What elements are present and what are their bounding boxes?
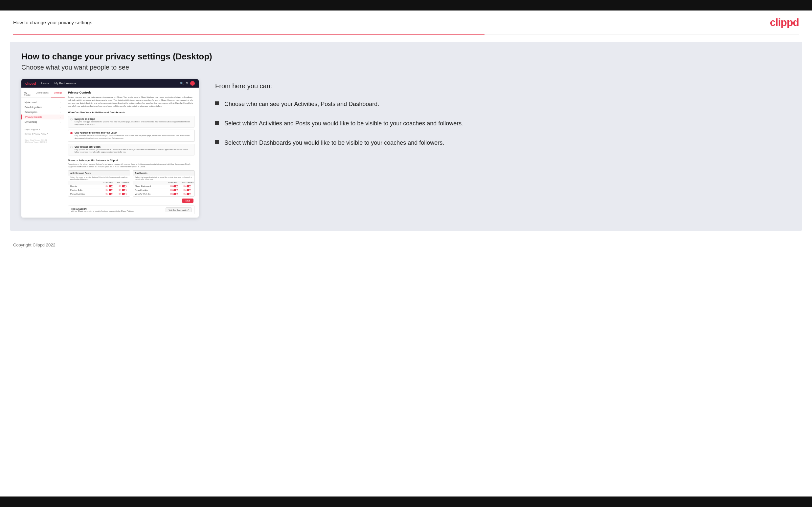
sidebar-divider (21, 126, 64, 126)
header-title: How to change your privacy settings (13, 20, 92, 25)
mockup-who-can-see-title: Who Can See Your Activities and Dashboar… (68, 111, 195, 114)
activities-table-cols: COACHES FOLLOWERS (68, 181, 130, 184)
top-bar (0, 0, 812, 10)
content-layout: clippd Home My Performance 🔍 ⚙ My Profil… (21, 79, 791, 218)
activities-row-practice: Practice Drills ON ON (68, 188, 130, 192)
mockup-body: My Profile Connections Settings My Accou… (21, 88, 199, 218)
mockup-privacy-desc: Control how you and your data appears to… (68, 96, 195, 108)
radio-only-you-coach[interactable]: Only You and Your Coach Only you and the… (68, 144, 195, 156)
sidebar-item-help-support[interactable]: Help & Support ↗ (21, 127, 64, 131)
bullet-item-2: Select which Activities and Posts you wo… (215, 119, 791, 128)
dashboards-row-work-on: What To Work On ON ON (133, 192, 195, 196)
mockup-nav-home: Home (41, 82, 49, 85)
bullet-text-1: Choose who can see your Activities, Post… (224, 100, 379, 109)
sidebar-item-privacy-policy[interactable]: Service & Privacy Policy ↗ (21, 131, 64, 136)
mockup-show-hide-desc: Regardless of the privacy controls that … (68, 163, 195, 168)
search-icon[interactable]: 🔍 (180, 82, 184, 85)
player-follower-toggle[interactable]: ON (182, 185, 193, 187)
screenshot-container: clippd Home My Performance 🔍 ⚙ My Profil… (21, 79, 199, 218)
header-divider (13, 35, 799, 35)
sidebar-version: Clippd Client Version: 2022.8.2SQL Serve… (21, 137, 64, 145)
activities-table: Activities and Posts Select the types of… (68, 170, 130, 196)
radio-dot-followers-coach (70, 132, 72, 134)
footer: Copyright Clippd 2022 (0, 237, 812, 253)
workon-coach-toggle[interactable]: ON (169, 193, 180, 195)
practice-coach-toggle[interactable]: ON (104, 189, 115, 191)
bullet-text-2: Select which Activities and Posts you wo… (224, 119, 463, 128)
bottom-bar (0, 497, 812, 507)
bullet-text-3: Select which Dashboards you would like t… (224, 138, 444, 147)
mockup-nav: clippd Home My Performance 🔍 ⚙ (21, 79, 199, 88)
sidebar-item-my-account[interactable]: My Account› (21, 100, 64, 105)
bullet-square-1 (215, 101, 219, 105)
bullet-list: Choose who can see your Activities, Post… (215, 100, 791, 147)
footer-text: Copyright Clippd 2022 (13, 242, 55, 247)
dashboards-table: Dashboards Select the types of activity … (133, 170, 195, 196)
tab-settings[interactable]: Settings (51, 90, 65, 98)
page-subheading: Choose what you want people to see (21, 64, 791, 71)
logo: clippd (770, 16, 799, 29)
bullet-square-2 (215, 121, 219, 125)
right-panel-title: From here you can: (215, 82, 791, 90)
activities-row-manual: Manual Activities ON ON (68, 192, 130, 196)
page-heading: How to change your privacy settings (Des… (21, 52, 791, 62)
mockup-help-title: Help & Support (71, 208, 134, 210)
tab-connections[interactable]: Connections (33, 90, 51, 98)
radio-dot-only-you (70, 146, 72, 148)
radio-everyone[interactable]: Everyone on Clippd Everyone on Clippd ca… (68, 116, 195, 128)
radio-everyone-content: Everyone on Clippd Everyone on Clippd ca… (74, 118, 193, 126)
visit-community-button[interactable]: Visit Our Community ↗ (165, 208, 192, 212)
radio-dot-everyone (70, 118, 72, 120)
mockup-radio-group: Everyone on Clippd Everyone on Clippd ca… (68, 116, 195, 156)
mockup-show-hide-title: Show or hide specific features in Clippd (68, 159, 195, 162)
radio-followers-coach-content: Only Approved Followers and Your Coach O… (74, 131, 193, 139)
bullet-item-1: Choose who can see your Activities, Post… (215, 100, 791, 109)
main-content: How to change your privacy settings (Des… (10, 42, 802, 231)
radio-followers-coach[interactable]: Only Approved Followers and Your Coach O… (68, 130, 195, 142)
activities-table-desc: Select the types of activity that you'd … (68, 176, 130, 181)
activities-row-rounds: Rounds ON ON (68, 184, 130, 188)
dashboards-table-header: Dashboards (133, 171, 195, 176)
dashboards-table-desc: Select the types of activity that you'd … (133, 176, 195, 181)
player-coach-toggle[interactable]: ON (169, 185, 180, 187)
practice-follower-toggle[interactable]: ON (117, 189, 128, 191)
radio-only-you-content: Only You and Your Coach Only you and the… (74, 146, 193, 154)
dashboards-row-insights: Round Insights ON ON (133, 188, 195, 192)
mockup-nav-performance: My Performance (54, 82, 76, 85)
sidebar-item-data-integrations[interactable]: Data Integrations› (21, 105, 64, 110)
insights-coach-toggle[interactable]: ON (169, 189, 180, 191)
mockup-logo: clippd (25, 81, 36, 85)
mockup-help-info: Help & Support Visit our Clippd communit… (71, 208, 134, 212)
sidebar-item-my-golf-bag[interactable]: My Golf Bag› (21, 119, 64, 124)
mockup-sidebar-tabs: My Profile Connections Settings (21, 90, 64, 98)
insights-follower-toggle[interactable]: ON (182, 189, 193, 191)
manual-coach-toggle[interactable]: ON (104, 193, 115, 195)
mockup-help-section: Help & Support Visit our Clippd communit… (68, 206, 195, 214)
rounds-follower-toggle[interactable]: ON (117, 185, 128, 187)
right-panel: From here you can: Choose who can see yo… (215, 79, 791, 147)
dashboards-table-cols: COACHES FOLLOWERS (133, 181, 195, 184)
sidebar-item-subscription[interactable]: Subscription› (21, 110, 64, 115)
bullet-square-3 (215, 140, 219, 144)
manual-follower-toggle[interactable]: ON (117, 193, 128, 195)
avatar (190, 81, 195, 86)
mockup-sidebar: My Profile Connections Settings My Accou… (21, 88, 64, 218)
mockup-main-area: Privacy Controls Control how you and you… (64, 88, 199, 218)
mockup-save-row: Save (68, 199, 195, 203)
settings-icon[interactable]: ⚙ (186, 82, 188, 85)
mockup-toggles-section: Show or hide specific features in Clippd… (68, 159, 195, 214)
mockup-nav-icons: 🔍 ⚙ (180, 81, 195, 86)
mockup-privacy-title: Privacy Controls (68, 91, 195, 94)
mockup-tables-row: Activities and Posts Select the types of… (68, 170, 195, 196)
bullet-item-3: Select which Dashboards you would like t… (215, 138, 791, 147)
save-button[interactable]: Save (182, 199, 194, 203)
dashboards-row-player: Player Dashboard ON ON (133, 184, 195, 188)
workon-follower-toggle[interactable]: ON (182, 193, 193, 195)
tab-my-profile[interactable]: My Profile (21, 90, 33, 98)
mockup-help-desc: Visit our Clippd community to troublesho… (71, 210, 134, 212)
rounds-coach-toggle[interactable]: ON (104, 185, 115, 187)
header: How to change your privacy settings clip… (0, 10, 812, 35)
sidebar-item-privacy-controls[interactable]: Privacy Controls› (21, 115, 64, 119)
activities-table-header: Activities and Posts (68, 171, 130, 176)
